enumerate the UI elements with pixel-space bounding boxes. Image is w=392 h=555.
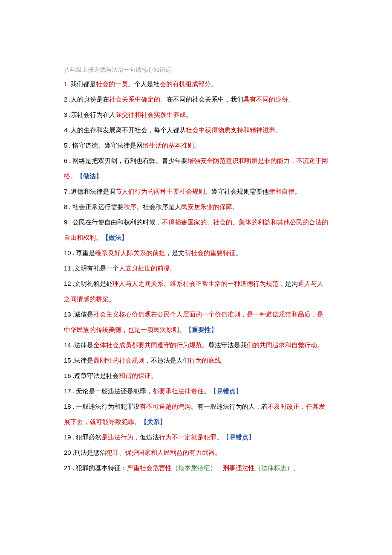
list-item: 21 . 犯罪的基本特征：严重社会危害性（最本质特征）、刑事违法性（法律标志）、	[64, 460, 328, 476]
text-run: 。	[288, 96, 294, 103]
text-run: 都要承担法律责任	[153, 388, 204, 395]
item-number: 10	[64, 249, 71, 256]
text-run: 、	[293, 465, 300, 471]
item-number: 1.	[64, 81, 69, 87]
text-run: .文明礼貌是处	[71, 280, 113, 287]
item-number: 15	[64, 357, 71, 364]
list-item: 11 .文明有礼是一个人立身处世的前提。	[64, 261, 328, 276]
list-item: 14 .法律是全体社会成员都要共同遵守的行为规范。尊法守法是我们的共同追求和自觉…	[64, 337, 328, 353]
text-run: 不违法是人们	[151, 357, 189, 364]
list-item: 16 .遵章守法是社会和谐的保证。	[64, 368, 328, 384]
text-run: 。	[170, 265, 176, 272]
text-run: 【易	[223, 434, 236, 441]
text-run: 。有一般违法行为的人，若	[191, 403, 268, 410]
list-item: 13 .诚信是社会主义核心价值观在公民个人层面的一个价值准则，是一种道德规范和品…	[64, 307, 328, 337]
text-run: .刑法是惩治	[71, 449, 107, 456]
text-run: 行为的底线	[189, 357, 221, 364]
text-run: 】	[248, 434, 255, 441]
text-run: 。	[215, 449, 221, 456]
item-number: 17	[64, 387, 71, 395]
list-item: 20 .刑法是惩治犯罪、保护国家和人民利益的有力武器。	[64, 445, 328, 460]
text-run: 】	[211, 326, 217, 333]
item-number: 21	[64, 464, 71, 471]
text-run: . 犯罪必然	[71, 434, 101, 441]
list-item: 5 . 恪守道德、遵守法律是网络生活的基本准则。	[64, 138, 328, 153]
item-number: 11	[64, 264, 71, 272]
text-run: 维系良好人际关系的前提	[95, 250, 165, 256]
text-run: 。	[317, 342, 323, 349]
text-run: 。遵守社会规则需要他	[205, 188, 269, 195]
text-run: 。	[221, 357, 228, 364]
list-item: 12 .文明礼貌是处理人与人之间关系、维系社会正常生活的一种道德行为规范，是沟通…	[64, 276, 328, 307]
text-run: 、	[216, 465, 223, 471]
text-run: 【做法】	[77, 173, 102, 180]
text-run: 和谐的保证	[119, 372, 151, 379]
page-title: 八年级上册道德与法治一句话核心知识点	[64, 66, 328, 74]
item-number: 16	[64, 372, 71, 379]
item-number: 12	[64, 280, 71, 287]
text-run: 严重社会危害性	[127, 465, 172, 471]
text-run: 。	[151, 372, 157, 379]
text-run: 最刚性的社会规则，	[93, 357, 151, 364]
list-item: 17 . 无论是一般违法还是犯罪，都要承担法律责任。【易错点】	[64, 384, 328, 399]
list-item: 2 .人的身份是在社会关系中确定的。在不同的社会关系中，我们具有不同的身份。	[64, 92, 328, 107]
text-run: 重要性	[192, 326, 211, 333]
item-number: 18	[64, 403, 71, 410]
text-run: 。	[96, 234, 102, 241]
list-item: 10 . 尊重是维系良好人际关系的前提，是文明社会的重要特征。	[64, 245, 328, 261]
text-run: 。个人是社	[128, 81, 160, 87]
text-run: 。在不同的社会关系中，我们	[160, 96, 243, 103]
text-run: （法律标志）	[255, 465, 293, 471]
text-run: .道德和法律是调	[67, 188, 115, 195]
text-run: . 一般违法行为和犯罪没	[71, 403, 140, 410]
text-run: .法律是	[71, 342, 94, 349]
text-run: 社会中获得物质支持和精神滋养	[186, 127, 275, 134]
text-run: 络生活的基本准则	[143, 142, 194, 149]
text-run: 。	[216, 434, 223, 441]
text-run: . 无论是一般违法还是犯罪，	[71, 388, 153, 395]
text-run: 】	[236, 388, 242, 395]
text-run: 错点	[236, 434, 248, 441]
text-run: 。	[204, 388, 210, 395]
text-run: 社会的一员	[96, 81, 128, 87]
text-run: . 社会正常运行需要	[67, 203, 123, 210]
text-run: 理人与人之间关系、维系社会正常生活的一种道德行为规范	[112, 280, 279, 287]
text-run: . 尊重是	[71, 250, 95, 256]
text-run: .文明有礼是一个	[71, 265, 119, 272]
text-run: 。尊法守法是我	[202, 342, 247, 349]
text-run: . 公民在行使自由和权利的时候，	[67, 219, 161, 226]
text-run: 犯罪、保护国家和人民利益的有力武器	[106, 449, 215, 456]
text-run: 。	[236, 250, 242, 256]
text-run: 们的共同追求和自觉行动	[247, 342, 317, 349]
list-item: 9 . 公民在行使自由和权利的时候，不得损害国家的、社会的、集体的利益和其他公民…	[64, 215, 328, 245]
text-run: 【关系】	[141, 418, 166, 425]
text-run: . 网络是把双刃剑，有利也有弊。青少年要	[67, 157, 187, 164]
list-item: 18 . 一般违法行为和犯罪没有不可逾越的鸿沟。有一般违法行为的人，若不及时改正…	[64, 399, 328, 430]
item-number: 14	[64, 341, 71, 349]
list-item: 4 .人的生存和发展离不开社会，每个人都从社会中获得物质支持和精神滋养。	[64, 122, 328, 138]
text-run: 秩序	[124, 203, 136, 210]
text-run: 社会关系中确定的	[109, 96, 160, 103]
text-run: .人的身份是在	[67, 96, 109, 103]
text-run: 具有不同的身份	[243, 96, 288, 103]
list-item: 15 .法律是最刚性的社会规则，不违法是人们行为的底线。	[64, 353, 328, 368]
text-run: 有不可逾越的鸿沟	[140, 403, 191, 410]
text-run: ，是沟	[279, 280, 298, 287]
list-item: 1. 我们都是社会的一员。个人是社会的有机组成部分。	[64, 76, 328, 92]
text-run: 错点	[223, 388, 236, 395]
text-run: 【易	[210, 388, 223, 395]
text-run: . 恪守道德、遵守法律是网	[67, 142, 142, 149]
text-run: 。	[179, 326, 185, 333]
text-run: 是违法行为，	[101, 434, 140, 441]
text-run: 明社会的重要特征	[184, 250, 236, 256]
text-run: 律和自律	[269, 188, 294, 195]
text-run: 但违法	[140, 434, 159, 441]
text-run: ，是文	[165, 250, 184, 256]
text-run: 行为不一定就是犯罪	[159, 434, 216, 441]
text-run: 。	[275, 127, 282, 134]
list-item: 19 . 犯罪必然是违法行为，但违法行为不一定就是犯罪。【易错点】	[64, 430, 328, 445]
list-item: 8 . 社会正常运行需要秩序。社会秩序是人民安居乐业的保障。	[64, 199, 328, 215]
document-page: 八年级上册道德与法治一句话核心知识点 1. 我们都是社会的一员。个人是社会的有机…	[0, 0, 392, 501]
text-run: .人的生存和发展离不开社会，每个人都从	[67, 127, 186, 134]
text-run: 。	[186, 111, 192, 118]
